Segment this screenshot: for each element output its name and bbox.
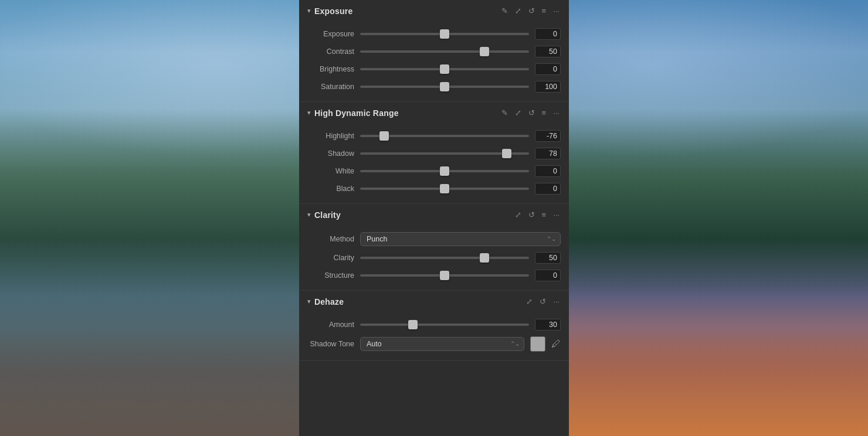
saturation-slider-row: Saturation 100 [299, 78, 569, 96]
saturation-track [360, 81, 529, 93]
exposure-reset-icon[interactable]: ↺ [527, 6, 536, 16]
clarity-slider-row: Clarity 50 [299, 249, 569, 267]
exposure-expand-icon[interactable]: ⤢ [514, 6, 523, 16]
clarity-chevron[interactable]: ▾ [307, 211, 311, 219]
clarity-header: ▾ Clarity ⤢ ↺ ≡ ··· [299, 204, 569, 226]
hdr-header: ▾ High Dynamic Range ✎ ⤢ ↺ ≡ ··· [299, 102, 569, 124]
highlight-value[interactable]: -76 [535, 130, 561, 142]
contrast-input[interactable] [360, 50, 529, 53]
white-input[interactable] [360, 170, 529, 172]
exposure-track [360, 28, 529, 40]
hdr-reset-icon[interactable]: ↺ [527, 108, 536, 118]
dehaze-icons: ⤢ ↺ ··· [525, 297, 561, 306]
brightness-track [360, 63, 529, 75]
method-dropdown-wrapper: Natural Punch Neutral Clarity Definition [360, 232, 561, 246]
method-row: Method Natural Punch Neutral Clarity Def… [299, 229, 569, 249]
hdr-more-icon[interactable]: ··· [552, 108, 561, 118]
contrast-value[interactable]: 50 [535, 46, 561, 57]
dehaze-more-icon[interactable]: ··· [552, 297, 561, 306]
method-label: Method [307, 235, 354, 243]
clarity-content: Method Natural Punch Neutral Clarity Def… [299, 226, 569, 290]
exposure-chevron[interactable]: ▾ [307, 7, 311, 15]
black-track [360, 183, 529, 195]
exposure-more-icon[interactable]: ··· [552, 6, 561, 16]
eyedropper-icon[interactable]: 🖊 [551, 339, 561, 349]
clarity-section: ▾ Clarity ⤢ ↺ ≡ ··· Method Natural Punch… [299, 204, 569, 291]
exposure-input[interactable] [360, 33, 529, 35]
white-slider-row: White 0 [299, 162, 569, 180]
dehaze-title: Dehaze [314, 297, 521, 306]
clarity-title: Clarity [314, 210, 510, 220]
amount-track [360, 319, 529, 331]
contrast-slider-row: Contrast 50 [299, 43, 569, 60]
saturation-input[interactable] [360, 86, 529, 88]
shadow-slider-row: Shadow 78 [299, 145, 569, 162]
shadow-value[interactable]: 78 [535, 148, 561, 159]
shadow-tone-select[interactable]: Auto Light Dark Custom [360, 337, 524, 351]
hdr-menu-icon[interactable]: ≡ [541, 108, 548, 118]
exposure-icons: ✎ ⤢ ↺ ≡ ··· [500, 6, 561, 16]
black-value[interactable]: 0 [535, 183, 561, 195]
shadow-input[interactable] [360, 152, 529, 155]
saturation-value[interactable]: 100 [535, 81, 561, 93]
exposure-label: Exposure [307, 30, 354, 38]
clarity-value[interactable]: 50 [535, 252, 561, 264]
highlight-input[interactable] [360, 135, 529, 137]
shadow-tone-row: Shadow Tone Auto Light Dark Custom 🖊 [299, 333, 569, 355]
clarity-reset-icon[interactable]: ↺ [527, 210, 536, 220]
exposure-header: ▾ Exposure ✎ ⤢ ↺ ≡ ··· [299, 0, 569, 22]
brightness-input[interactable] [360, 68, 529, 70]
dehaze-expand-icon[interactable]: ⤢ [525, 297, 534, 306]
clarity-slider-label: Clarity [307, 254, 354, 262]
exposure-menu-icon[interactable]: ≡ [541, 6, 548, 16]
amount-value[interactable]: 30 [535, 319, 561, 331]
hdr-icons: ✎ ⤢ ↺ ≡ ··· [500, 108, 561, 118]
exposure-section: ▾ Exposure ✎ ⤢ ↺ ≡ ··· Exposure 0 Contra… [299, 0, 569, 102]
structure-input[interactable] [360, 274, 529, 277]
saturation-label: Saturation [307, 83, 354, 91]
clarity-track [360, 252, 529, 264]
amount-input[interactable] [360, 323, 529, 326]
highlight-label: Highlight [307, 132, 354, 140]
method-select[interactable]: Natural Punch Neutral Clarity Definition [360, 232, 561, 246]
white-label: White [307, 167, 354, 175]
exposure-pencil-icon[interactable]: ✎ [500, 6, 509, 16]
structure-value[interactable]: 0 [535, 270, 561, 281]
highlight-slider-row: Highlight -76 [299, 127, 569, 145]
shadow-tone-color-swatch[interactable] [530, 336, 545, 352]
structure-label: Structure [307, 271, 354, 280]
dehaze-reset-icon[interactable]: ↺ [538, 297, 547, 306]
amount-slider-row: Amount 30 [299, 316, 569, 333]
clarity-input[interactable] [360, 257, 529, 259]
exposure-value[interactable]: 0 [535, 28, 561, 40]
structure-slider-row: Structure 0 [299, 267, 569, 284]
clarity-icons: ⤢ ↺ ≡ ··· [514, 210, 561, 220]
highlight-track [360, 130, 529, 142]
brightness-value[interactable]: 0 [535, 63, 561, 75]
shadow-track [360, 148, 529, 159]
clarity-more-icon[interactable]: ··· [552, 210, 561, 220]
exposure-title: Exposure [314, 6, 497, 16]
hdr-title: High Dynamic Range [314, 108, 497, 118]
clarity-menu-icon[interactable]: ≡ [541, 210, 548, 220]
white-value[interactable]: 0 [535, 165, 561, 177]
hdr-content: Highlight -76 Shadow 78 White 0 [299, 124, 569, 203]
brightness-label: Brightness [307, 65, 354, 73]
dehaze-chevron[interactable]: ▾ [307, 298, 311, 305]
contrast-track [360, 46, 529, 57]
hdr-chevron[interactable]: ▾ [307, 109, 311, 117]
hdr-pencil-icon[interactable]: ✎ [500, 108, 509, 118]
structure-track [360, 270, 529, 281]
clarity-expand-icon[interactable]: ⤢ [514, 210, 523, 220]
contrast-label: Contrast [307, 47, 354, 56]
black-input[interactable] [360, 188, 529, 190]
black-slider-row: Black 0 [299, 180, 569, 197]
exposure-content: Exposure 0 Contrast 50 Brightness [299, 22, 569, 101]
shadow-tone-label: Shadow Tone [307, 340, 354, 348]
dehaze-content: Amount 30 Shadow Tone Auto Light Dark Cu… [299, 312, 569, 360]
amount-label: Amount [307, 321, 354, 329]
shadow-tone-dropdown-wrapper: Auto Light Dark Custom [360, 337, 524, 351]
white-track [360, 165, 529, 177]
exposure-slider-row: Exposure 0 [299, 25, 569, 43]
hdr-expand-icon[interactable]: ⤢ [514, 108, 523, 118]
